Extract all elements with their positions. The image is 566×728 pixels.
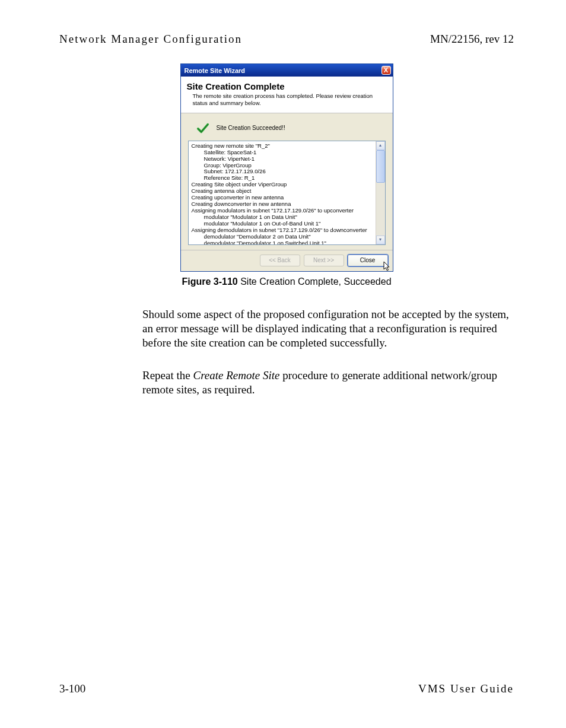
dialog-subheading: The remote site creation process has com…	[193, 93, 387, 107]
close-dialog-button[interactable]: Close	[348, 255, 388, 266]
page-header: Network Manager Configuration MN/22156, …	[59, 33, 514, 46]
scroll-thumb[interactable]	[376, 150, 385, 183]
back-button: << Back	[260, 255, 300, 266]
close-icon: X	[384, 66, 388, 74]
remote-site-wizard-dialog: Remote Site Wizard X Site Creation Compl…	[180, 63, 393, 272]
status-row: Site Creation Succeeded!!	[196, 122, 386, 135]
status-text: Site Creation Succeeded!!	[217, 125, 285, 131]
dialog-title: Remote Site Wizard	[185, 67, 246, 74]
scroll-down-button[interactable]: ▾	[376, 236, 385, 244]
success-checkmark-icon	[196, 122, 209, 135]
close-button[interactable]: X	[381, 66, 391, 75]
figure-label: Figure 3-110	[182, 276, 237, 287]
log-line: Network: ViperNet-1	[192, 156, 385, 163]
scroll-up-button[interactable]: ▴	[376, 141, 385, 150]
page-number: 3-100	[59, 682, 85, 695]
footer-doc-title: VMS User Guide	[418, 682, 514, 695]
log-line: demodulator "Demodulator 1 on Switched U…	[192, 240, 385, 245]
dialog-titlebar[interactable]: Remote Site Wizard X	[181, 64, 393, 77]
header-section-title: Network Manager Configuration	[59, 33, 242, 46]
dialog-heading: Site Creation Complete	[187, 81, 387, 91]
body-paragraph-1: Should some aspect of the proposed confi…	[142, 307, 514, 351]
log-line: demodulator "Demodulator 2 on Data Unit"	[192, 234, 385, 240]
header-doc-id: MN/22156, rev 12	[430, 33, 514, 46]
page-footer: 3-100 VMS User Guide	[59, 682, 514, 695]
next-button: Next >>	[304, 255, 344, 266]
dialog-button-row: << Back Next >> Close	[181, 250, 393, 271]
dialog-body: Site Creation Succeeded!! Creating new r…	[181, 113, 393, 250]
log-scrollbar[interactable]: ▴ ▾	[376, 141, 385, 244]
body-paragraph-2: Repeat the Create Remote Site procedure …	[142, 368, 514, 398]
figure-caption: Figure 3-110 Site Creation Complete, Suc…	[59, 276, 514, 287]
log-line: Satellite: SpaceSat-1	[192, 150, 385, 156]
creation-log-textarea[interactable]: Creating new remote site "R_2" Satellite…	[188, 141, 386, 245]
dialog-header-panel: Site Creation Complete The remote site c…	[181, 77, 393, 113]
figure-title: Site Creation Complete, Succeeded	[238, 276, 392, 287]
